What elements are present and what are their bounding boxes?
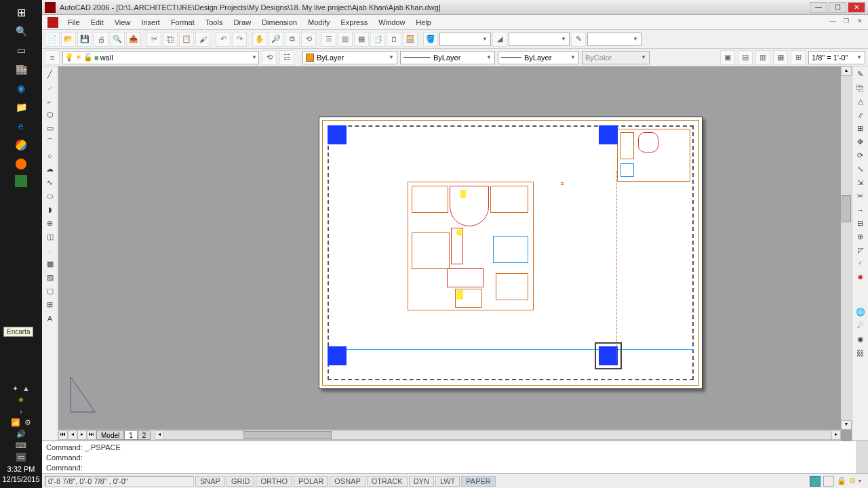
pline-icon[interactable]: ⌐ [43,95,57,108]
publish-icon[interactable]: 📤 [126,32,141,47]
minimize-button[interactable]: — [810,2,827,13]
vp-icon[interactable]: ▦ [773,50,788,65]
revcloud-icon[interactable]: ☁ [43,163,57,176]
menu-file[interactable]: File [62,17,85,28]
plotstyle-dropdown[interactable]: ByColor▼ [582,51,650,64]
scale-icon[interactable]: ⤡ [854,163,867,176]
menu-view[interactable]: View [109,17,136,28]
linetype-dropdown[interactable]: ByLayer▼ [400,51,495,64]
menu-express[interactable]: Express [335,17,373,28]
vp-scale-dropdown[interactable]: 1/8" = 1'-0"▼ [808,51,865,64]
chamfer-icon[interactable]: ◸ [854,244,867,257]
layer-dropdown[interactable]: 💡 ☀ 🔓 ■ wall ▼ [62,51,259,64]
menu-edit[interactable]: Edit [85,17,109,28]
tool-icon[interactable]: ☄ [854,319,867,332]
rectangle-icon[interactable]: ▭ [43,122,57,135]
copy-icon[interactable]: ⿻ [163,32,178,47]
toggle-grid[interactable]: GRID [226,476,255,487]
copy-obj-icon[interactable]: ⿻ [854,81,867,94]
stretch-icon[interactable]: ⇲ [854,176,867,189]
tab-prev-icon[interactable]: ◂ [68,430,77,440]
menu-modify[interactable]: Modify [302,17,335,28]
xline-icon[interactable]: ⟋ [43,81,57,94]
pan-icon[interactable]: ✋ [252,32,267,47]
task-view-icon[interactable]: ▭ [12,42,31,58]
tray-icon[interactable]: ☀ [18,396,24,405]
lineweight-dropdown[interactable]: ByLayer▼ [498,51,579,64]
spline-icon[interactable]: ∿ [43,176,57,189]
tray-icon[interactable]: ▭ [16,453,26,462]
command-prompt[interactable]: Command: [46,463,864,473]
layer-prev-icon[interactable]: ⟲ [262,50,277,65]
preview-icon[interactable]: 🔍 [110,32,125,47]
ssm-icon[interactable]: 📑 [370,32,385,47]
table-icon[interactable]: ⊞ [43,298,57,311]
menu-tools[interactable]: Tools [200,17,229,28]
status-icon[interactable] [810,476,821,487]
tab-layout-1[interactable]: 1 [124,430,138,440]
erase-icon[interactable]: ✎ [854,68,867,81]
grip-handle[interactable] [328,346,347,365]
vp-icon[interactable]: ▥ [755,50,770,65]
edge-icon[interactable]: e [12,118,31,134]
chevron-right-icon[interactable]: › [20,407,22,415]
tab-first-icon[interactable]: ⏮ [58,430,68,440]
toggle-polar[interactable]: POLAR [294,476,328,487]
horizontal-scrollbar[interactable]: ◂ ▸ [155,430,841,440]
close-button[interactable]: ✕ [848,2,865,13]
calc-icon[interactable]: 🧮 [403,32,418,47]
zoom-rt-icon[interactable]: 🔎 [269,32,283,47]
gradient-icon[interactable]: ▨ [43,271,57,284]
folder-icon[interactable]: 📁 [12,99,31,115]
dc-icon[interactable]: ▥ [338,32,353,47]
block-icon[interactable]: ◢ [492,32,507,47]
combo[interactable]: ▼ [587,33,642,46]
save-icon[interactable]: 💾 [77,32,92,47]
menu-draw[interactable]: Draw [228,17,256,28]
store-icon[interactable]: 🏬 [12,61,31,77]
cmd-scrollbar[interactable] [856,441,868,473]
mtext-icon[interactable]: A [43,312,57,325]
redo-icon[interactable]: ↷ [232,32,247,47]
fillet-icon[interactable]: ◜ [854,258,867,270]
tray-icon[interactable]: ▲ [22,384,30,393]
qnew-icon[interactable]: 📄 [45,32,60,47]
search-icon[interactable]: 🔍 [12,23,31,39]
menu-dimension[interactable]: Dimension [256,17,302,28]
extend-icon[interactable]: → [854,203,867,216]
combo[interactable]: ▼ [439,33,491,46]
maximize-button[interactable]: ☐ [829,2,846,13]
app-green-icon[interactable] [15,175,27,187]
app-icon[interactable]: ◉ [12,80,31,96]
firefox-icon[interactable] [12,156,31,172]
toggle-dyn[interactable]: DYN [409,476,434,487]
insert-icon[interactable]: ⊕ [43,217,57,230]
menu-window[interactable]: Window [373,17,410,28]
status-icon[interactable] [823,476,834,487]
mdi-minimize-icon[interactable]: — [827,18,838,27]
zoom-win-icon[interactable]: ⧉ [285,32,300,47]
tray-icon[interactable]: ⚙ [24,418,31,427]
properties-icon[interactable]: ☰ [321,32,336,47]
layer-states-icon[interactable]: ☷ [279,50,294,65]
grip-handle[interactable] [328,125,347,144]
ellipse-icon[interactable]: ⬭ [43,190,57,203]
grip-handle-selected[interactable] [599,346,618,365]
combo[interactable]: ▼ [509,33,570,46]
region-icon[interactable]: ▢ [43,285,57,298]
explode-icon[interactable]: ✸ [854,271,867,284]
vp-icon[interactable]: ▤ [738,50,753,65]
ellipse-arc-icon[interactable]: ◗ [43,203,57,216]
vp-icon[interactable]: ▣ [720,50,735,65]
toggle-osnap[interactable]: OSNAP [330,476,366,487]
polygon-icon[interactable]: ⬡ [43,108,57,121]
network-icon[interactable]: 📶 [11,418,20,427]
toggle-lwt[interactable]: LWT [435,476,460,487]
command-line[interactable]: Command: _.PSPACE Command: Command: [42,441,868,473]
cut-icon[interactable]: ✂ [146,32,161,47]
color-dropdown[interactable]: ByLayer▼ [302,51,397,64]
trim-icon[interactable]: ✂ [854,190,867,203]
layer-prop-icon[interactable]: ≡ [45,50,60,65]
vertical-scrollbar[interactable]: ▴ ▾ [841,66,852,430]
scrollbar-thumb[interactable] [243,431,332,439]
